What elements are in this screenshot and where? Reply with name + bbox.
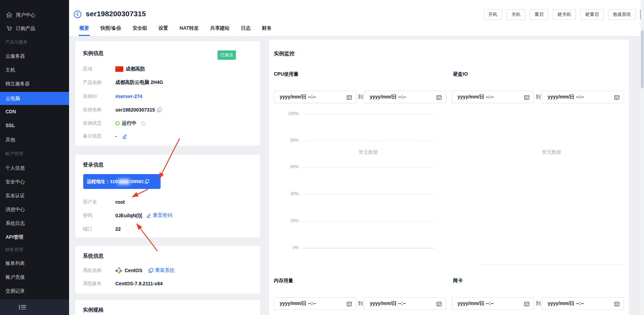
reinstall-system-link[interactable]: 重装系统 [148, 267, 174, 274]
nic-panel-title: 网卡 [453, 278, 463, 284]
calendar-icon[interactable] [524, 95, 529, 100]
system-info-card: 系统信息 系统名称 CentOS 重装系统 系统版本 CentOS-7.9.21… [75, 246, 260, 294]
instance-id-row: 实例ID #server-274 [83, 93, 142, 99]
sidebar-item-bill-list[interactable]: 账单列表 [6, 260, 25, 267]
collapse-sidebar-icon[interactable] [19, 305, 26, 309]
tab-shared-site[interactable]: 共享建站 [210, 25, 230, 36]
note-value: - [115, 133, 117, 139]
status-badge: 已激活 [218, 50, 236, 60]
gridline [302, 194, 434, 194]
calendar-icon[interactable] [614, 301, 619, 306]
copy-remote-address-icon[interactable] [145, 179, 149, 184]
cloud-console-page: 用户中心 订购产品 产品与服务 云服务器 主机 独立服务器 云电脑 CDN SS… [0, 0, 644, 315]
reboot-button[interactable]: 重启 [530, 9, 548, 20]
scrollbar-thumb[interactable] [641, 30, 644, 88]
date-placeholder: yyyy/mm/日 --:-- [458, 94, 494, 100]
disk-end-date-input[interactable]: yyyy/mm/日 --:-- [542, 91, 624, 103]
hard-shutdown-button[interactable]: 硬关机 [553, 9, 576, 20]
tab-snapshot-backup[interactable]: 快照/备份 [100, 25, 122, 36]
sidebar-section-account-management: 账户管理 [5, 151, 23, 157]
os-version-row: 系统版本 CentOS-7.9.2111-x64 [83, 280, 163, 287]
region-value: 成都高防 [126, 66, 145, 72]
date-placeholder: yyyy/mm/日 --:-- [548, 94, 584, 100]
os-version-value: CentOS-7.9.2111-x64 [115, 281, 163, 286]
sidebar-item-api-management[interactable]: API管理 [6, 233, 23, 240]
nic-start-date-input[interactable]: yyyy/mm/日 --:-- [452, 297, 534, 310]
sidebar-item-system-log[interactable]: 系统日志 [6, 220, 25, 227]
remote-address-button[interactable]: 远程地址： 110 █████ :59581 [83, 174, 161, 189]
sidebar-item-account-recharge[interactable]: 账户充值 [6, 274, 25, 280]
monitoring-card: 实例监控 CPU使用量 硬盘IO yyyy/mm/日 --:-- 到 yyyy/… [269, 39, 629, 315]
nic-end-date-input[interactable]: yyyy/mm/日 --:-- [542, 297, 624, 310]
gridline [302, 114, 434, 114]
centos-logo-icon [115, 267, 122, 274]
sidebar-item-cloud-server[interactable]: 云服务器 [6, 52, 25, 59]
sidebar-item-cdn[interactable]: CDN [6, 108, 16, 115]
instance-id-value[interactable]: #server-274 [115, 94, 142, 99]
tab-finance[interactable]: 财务 [261, 25, 272, 36]
sidebar-item-transaction-records[interactable]: 交易记录 [6, 287, 25, 294]
hard-reboot-button[interactable]: 硬重启 [580, 9, 604, 20]
sidebar-item-cloud-pc-active[interactable]: 云电脑 [0, 92, 69, 105]
memory-end-date-input[interactable]: yyyy/mm/日 --:-- [364, 297, 446, 310]
sidebar: 用户中心 订购产品 产品与服务 云服务器 主机 独立服务器 云电脑 CDN SS… [0, 0, 69, 315]
reset-password-label: 重置密码 [153, 212, 172, 219]
date-placeholder: yyyy/mm/日 --:-- [280, 94, 316, 100]
page-title: ser198200307315 [86, 10, 146, 18]
shutdown-button[interactable]: 关机 [507, 9, 525, 20]
calendar-icon[interactable] [524, 301, 529, 306]
reset-password-link[interactable]: 重置密码 [146, 212, 172, 219]
copy-icon[interactable] [157, 107, 162, 112]
cpu-end-date-input[interactable]: yyyy/mm/日 --:-- [364, 91, 446, 103]
tab-logs[interactable]: 日志 [240, 25, 251, 36]
monitoring-title: 实例监控 [274, 50, 295, 57]
memory-usage-panel-title: 内存用量 [274, 278, 293, 284]
reset-password-pencil-icon [146, 213, 151, 218]
date-placeholder: yyyy/mm/日 --:-- [548, 300, 584, 307]
gridline [302, 167, 434, 168]
port-label: 端口 [83, 226, 115, 232]
password-label: 密码 [83, 212, 115, 219]
sidebar-item-message-center[interactable]: 消息中心 [6, 206, 25, 213]
tab-security-group[interactable]: 安全组 [132, 25, 148, 36]
cpu-empty-data-text: 暂无数据 [302, 149, 434, 155]
sidebar-section-finance-management: 财务管理 [5, 247, 23, 253]
to-label: 到 [358, 300, 363, 307]
sidebar-item-other[interactable]: 其他 [6, 136, 15, 143]
sidebar-item-personal-info[interactable]: 个人信息 [6, 164, 25, 171]
back-icon[interactable] [74, 10, 81, 18]
password-value: 0JEuilqN(l)[ [115, 213, 142, 218]
sidebar-item-ssl[interactable]: SSL [6, 122, 15, 129]
calendar-icon[interactable] [436, 95, 442, 100]
page-header: ser198200307315 开机 关机 重启 硬关机 硬重启 救援系统 VN… [69, 0, 644, 36]
sidebar-footer [0, 299, 69, 315]
sidebar-item-security-center[interactable]: 安全中心 [6, 178, 25, 185]
calendar-icon[interactable] [347, 301, 352, 306]
calendar-icon[interactable] [436, 301, 442, 306]
cpu-start-date-input[interactable]: yyyy/mm/日 --:-- [274, 91, 356, 103]
rescue-system-button[interactable]: 救援系统 [608, 9, 636, 20]
region-row: 区域 成都高防 [83, 66, 145, 72]
tab-settings[interactable]: 设置 [158, 25, 169, 36]
username-value: root [115, 199, 125, 205]
sidebar-item-label: 用户中心 [16, 11, 35, 18]
sidebar-item-user-center[interactable]: 用户中心 [6, 11, 35, 18]
sidebar-item-dedicated-server[interactable]: 独立服务器 [6, 80, 30, 87]
tab-overview[interactable]: 概要 [79, 25, 90, 36]
instance-name-row: 实例名称 ser198200307315 [83, 107, 162, 113]
sidebar-item-label: 订购产品 [16, 25, 35, 32]
calendar-icon[interactable] [614, 95, 619, 100]
vertical-scrollbar[interactable] [641, 0, 644, 315]
memory-start-date-input[interactable]: yyyy/mm/日 --:-- [274, 297, 356, 310]
remote-ip-prefix: 110 [110, 179, 118, 184]
sidebar-item-order-products[interactable]: 订购产品 [6, 25, 35, 32]
refresh-icon[interactable] [141, 121, 146, 126]
sidebar-item-real-name-auth[interactable]: 实名认证 [6, 192, 25, 199]
y-tick: 60% [279, 164, 299, 169]
power-on-button[interactable]: 开机 [483, 9, 502, 20]
sidebar-item-host[interactable]: 主机 [6, 66, 15, 73]
edit-note-pencil-icon[interactable] [122, 134, 127, 139]
tab-nat-forwarding[interactable]: NAT转发 [179, 25, 200, 36]
disk-start-date-input[interactable]: yyyy/mm/日 --:-- [452, 91, 534, 103]
calendar-icon[interactable] [347, 95, 352, 100]
